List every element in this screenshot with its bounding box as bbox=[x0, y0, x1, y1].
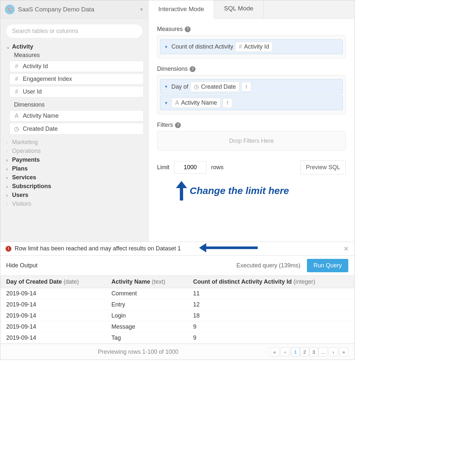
dimension-item[interactable]: AActivity Name bbox=[9, 110, 144, 122]
dimensions-label: Dimensions ? bbox=[157, 66, 346, 72]
chevron-down-icon: ▼ bbox=[139, 7, 144, 12]
exec-time: Executed query (139ms) bbox=[237, 262, 300, 269]
hash-icon: # bbox=[13, 63, 20, 70]
datasource-selector[interactable]: 🐘 SaaS Company Demo Data ▼ bbox=[0, 0, 148, 19]
filters-drop[interactable]: Drop Filters Here bbox=[157, 131, 346, 151]
page-last[interactable]: » bbox=[339, 347, 348, 356]
search-input[interactable] bbox=[6, 24, 142, 38]
warning-bar: ! Row limit has been reached and may aff… bbox=[0, 242, 354, 256]
chevron-right-icon: › bbox=[6, 175, 12, 180]
table-plans[interactable]: ›Plans bbox=[0, 164, 148, 173]
type-icon: A bbox=[13, 112, 20, 119]
field-chip[interactable]: # Activity Id bbox=[235, 42, 273, 52]
column-header[interactable]: Activity Name (text) bbox=[106, 276, 187, 288]
mode-tabs: Interactive Mode SQL Mode bbox=[149, 0, 354, 19]
chevron-right-icon: › bbox=[6, 193, 12, 198]
measures-label: Measures ? bbox=[157, 26, 346, 33]
run-query-button[interactable]: Run Query bbox=[307, 259, 348, 272]
table-subscriptions[interactable]: ›Subscriptions bbox=[0, 182, 148, 191]
limit-input[interactable] bbox=[174, 161, 207, 174]
sort-asc-icon[interactable]: ↑ bbox=[241, 82, 251, 92]
hash-icon: # bbox=[13, 88, 20, 95]
table-visitors[interactable]: ›Visitors bbox=[0, 200, 148, 208]
limit-suffix: rows bbox=[211, 164, 224, 171]
chevron-right-icon: › bbox=[6, 201, 12, 207]
results-table: Day of Created Date (date)Activity Name … bbox=[0, 275, 354, 344]
chevron-down-icon[interactable]: ▼ bbox=[163, 84, 169, 89]
table-activity[interactable]: ⌄ Activity bbox=[0, 42, 148, 51]
page-next[interactable]: › bbox=[329, 347, 338, 356]
chevron-right-icon: › bbox=[6, 184, 12, 189]
chevron-right-icon: › bbox=[6, 149, 12, 154]
measure-item[interactable]: #Engagement Index bbox=[9, 73, 144, 85]
datasource-name: SaaS Company Demo Data bbox=[18, 6, 139, 13]
postgres-icon: 🐘 bbox=[5, 5, 15, 14]
table-row: 2019-09-14Tag9 bbox=[0, 333, 354, 344]
type-icon: A bbox=[175, 99, 179, 106]
measure-item[interactable]: #User Id bbox=[9, 86, 144, 97]
preview-range: Previewing rows 1-100 of 1000 bbox=[6, 349, 270, 355]
warning-text: Row limit has been reached and may affec… bbox=[15, 245, 181, 252]
chevron-right-icon: › bbox=[6, 140, 12, 145]
page-number[interactable]: 3 bbox=[309, 347, 318, 356]
dimensions-header: Dimensions bbox=[0, 101, 148, 109]
hash-icon: # bbox=[239, 43, 242, 50]
help-icon[interactable]: ? bbox=[190, 66, 195, 72]
dimensions-drop[interactable]: ▼Day of◷Created Date↑▼AActivity Name↑ bbox=[157, 75, 346, 114]
dimension-chip[interactable]: ▼AActivity Name↑ bbox=[160, 96, 343, 110]
column-header[interactable]: Count of distinct Activity Activity Id (… bbox=[187, 276, 354, 288]
field-chip[interactable]: ◷Created Date bbox=[190, 82, 239, 92]
page-prev[interactable]: ‹ bbox=[281, 347, 290, 356]
chevron-down-icon[interactable]: ▼ bbox=[163, 45, 169, 49]
measure-chip[interactable]: ▼ Count of distinct Activity # Activity … bbox=[160, 39, 343, 54]
page-number[interactable]: ... bbox=[318, 347, 327, 356]
table-tree: ⌄ Activity Measures #Activity Id#Engagem… bbox=[0, 42, 148, 212]
sort-asc-icon[interactable]: ↑ bbox=[223, 98, 232, 108]
main-panel: Interactive Mode SQL Mode Measures ? ▼ C… bbox=[149, 0, 354, 242]
help-icon[interactable]: ? bbox=[185, 26, 191, 32]
chevron-right-icon: › bbox=[6, 166, 12, 171]
type-icon: ◷ bbox=[194, 83, 199, 90]
measure-item[interactable]: #Activity Id bbox=[9, 61, 144, 72]
chevron-down-icon: ⌄ bbox=[6, 44, 12, 50]
column-header[interactable]: Day of Created Date (date) bbox=[0, 276, 106, 288]
annotation-change-limit: Change the limit here bbox=[177, 181, 346, 201]
arrow-left-icon bbox=[199, 244, 258, 252]
table-row: 2019-09-14Login18 bbox=[0, 310, 354, 321]
limit-label: Limit bbox=[157, 164, 169, 171]
table-services[interactable]: ›Services bbox=[0, 173, 148, 182]
table-row: 2019-09-14Comment11 bbox=[0, 288, 354, 299]
tab-sql[interactable]: SQL Mode bbox=[214, 0, 263, 19]
measures-drop[interactable]: ▼ Count of distinct Activity # Activity … bbox=[157, 35, 346, 58]
close-icon[interactable]: ✕ bbox=[343, 245, 349, 253]
page-number[interactable]: 2 bbox=[300, 347, 309, 356]
field-chip[interactable]: AActivity Name bbox=[171, 98, 221, 108]
sidebar: 🐘 SaaS Company Demo Data ▼ ⌄ Activity Me… bbox=[0, 0, 149, 242]
table-operations[interactable]: ›Operations bbox=[0, 147, 148, 156]
pager: « ‹ 123... › » bbox=[270, 347, 348, 356]
table-row: 2019-09-14Message9 bbox=[0, 321, 354, 333]
hash-icon: # bbox=[13, 76, 20, 82]
alert-icon: ! bbox=[6, 246, 11, 252]
tab-interactive[interactable]: Interactive Mode bbox=[149, 0, 214, 19]
chevron-right-icon: › bbox=[6, 157, 12, 163]
chevron-down-icon[interactable]: ▼ bbox=[163, 101, 169, 105]
dimension-chip[interactable]: ▼Day of◷Created Date↑ bbox=[160, 79, 343, 94]
measures-header: Measures bbox=[0, 51, 148, 59]
type-icon: ◷ bbox=[13, 125, 20, 132]
filters-label: Filters ? bbox=[157, 122, 346, 128]
preview-sql-button[interactable]: Preview SQL bbox=[300, 160, 346, 174]
page-number[interactable]: 1 bbox=[291, 347, 300, 356]
help-icon[interactable]: ? bbox=[175, 122, 181, 128]
table-row: 2019-09-14Entry12 bbox=[0, 299, 354, 310]
table-users[interactable]: ›Users bbox=[0, 191, 148, 200]
arrow-up-icon bbox=[177, 181, 186, 201]
table-marketing[interactable]: ›Marketing bbox=[0, 138, 148, 147]
page-first[interactable]: « bbox=[270, 347, 279, 356]
hide-output-link[interactable]: Hide Output bbox=[6, 262, 37, 269]
table-payments[interactable]: ›Payments bbox=[0, 156, 148, 164]
dimension-item[interactable]: ◷Created Date bbox=[9, 123, 144, 135]
